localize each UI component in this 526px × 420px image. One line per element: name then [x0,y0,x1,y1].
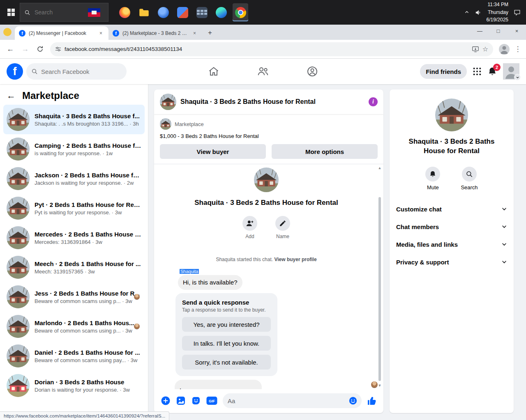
taskbar-app-edge[interactable] [213,3,229,21]
section-customize-chat[interactable]: Customize chat [390,200,514,218]
facebook-logo[interactable]: f [7,63,23,80]
close-window-button[interactable]: × [508,25,526,37]
message-text-input[interactable] [228,397,348,404]
haiti-flag-icon[interactable] [88,8,100,17]
mute-button[interactable]: Mute [425,167,440,190]
taskbar-clock[interactable]: 11:34 PM Thursday 6/19/2025 [487,1,508,24]
maximize-button[interactable]: □ [489,25,508,37]
emoji-icon[interactable] [348,396,358,405]
facebook-search-input[interactable] [41,68,111,75]
page-scrollbar[interactable] [520,59,526,420]
forward-button[interactable]: → [18,42,32,56]
gif-icon[interactable]: GIF [206,397,217,405]
taskbar-app-calculator[interactable] [194,3,210,21]
view-buyer-profile-link[interactable]: View buyer profile [274,257,316,262]
scroll-down-icon[interactable]: ▼ [377,383,382,388]
facebook-search[interactable] [26,63,127,80]
conversation-item[interactable]: Camping · 2 Beds 1 Baths House fo...is w… [3,134,145,164]
browser-tab-messenger[interactable]: f (2) Messenger | Facebook × [15,26,108,40]
conversation-item[interactable]: Jackson · 2 Beds 1 Baths House for...Jac… [3,164,145,193]
conversation-item[interactable]: Meech · 2 Beds 1 Baths House for ...Meec… [3,252,145,282]
taskbar-search-input[interactable] [35,9,84,16]
add-member-button[interactable]: Add [242,216,257,239]
apps-menu-icon[interactable] [473,67,482,76]
tray-chevron-icon[interactable] [464,9,470,15]
status-link-text: https://www.facebook.com/marketplace/ite… [4,413,165,418]
sticker-icon[interactable] [191,396,201,406]
section-chat-members[interactable]: Chat members [390,218,514,236]
friends-icon[interactable] [257,66,269,77]
listing-photo [160,94,176,110]
taskbar-app-firefox[interactable] [117,3,132,21]
conversation-item[interactable]: Mercedes · 2 Beds 1 Baths House f...Merc… [3,223,145,252]
groups-icon[interactable] [307,66,318,77]
listing-photo [7,315,30,338]
taskbar-app-files[interactable] [136,3,152,21]
quick-response-option[interactable]: Yes, are you interested? [182,317,271,332]
chat-scrollbar[interactable]: ▲ ▼ [377,166,382,388]
find-friends-button[interactable]: Find friends [420,64,467,79]
volume-icon[interactable] [475,9,482,16]
more-actions-icon[interactable] [161,396,171,406]
thumbs-up-icon[interactable] [367,396,377,406]
conversation-item[interactable]: Daniel · 2 Beds 1 Baths House for ...Bew… [3,341,145,371]
message-line: . [180,383,181,389]
taskbar-app-3[interactable] [155,3,171,21]
attach-photo-icon[interactable] [176,396,186,406]
browser-profile-icon[interactable] [499,44,510,55]
chat-scrollbar-thumb[interactable] [378,197,381,381]
message-input[interactable] [223,393,362,408]
address-bar[interactable]: facebook.com/messages/t/2431104533850113… [50,42,493,56]
more-options-button[interactable]: More options [272,144,378,159]
quick-response-option[interactable]: In talks. I'll let you know. [182,336,271,351]
browser-menu-icon[interactable]: ⋮ [513,45,523,53]
taskbar-app-4[interactable] [175,3,190,21]
clock-time: 11:34 PM [487,1,508,9]
chat-header: Shaquita · 3 Beds 2 Baths House for Rent… [154,90,383,114]
message-bubble[interactable]: Hi, is this available? [178,275,242,290]
conversation-item[interactable]: Dorian · 3 Beds 2 Baths HouseDorian is w… [3,371,145,400]
start-button[interactable] [2,3,20,21]
taskbar-app-chrome[interactable] [233,3,248,21]
panel-title: Shaquita · 3 Beds 2 Baths House for Rent… [406,137,498,156]
section-media-files-links[interactable]: Media, files and links [390,236,514,253]
search-in-conversation-button[interactable]: Search [461,167,478,190]
scroll-up-icon[interactable]: ▲ [377,166,382,170]
view-buyer-button[interactable]: View buyer [160,144,266,159]
conversation-info-icon[interactable]: i [369,97,378,106]
minimize-button[interactable]: — [471,25,489,37]
conversation-item[interactable]: Jess · 2 Beds 1 Baths House for R...Bewa… [3,282,145,312]
facebook-favicon: f [113,30,119,37]
site-settings-icon[interactable] [55,46,61,52]
browser-tab-marketplace[interactable]: f (2) Marketplace - 3 Beds 2 Bath × [108,26,202,40]
message-group: . .s Ms broughton 313 3196104 [160,380,373,389]
conversation-item[interactable]: Shaquita · 3 Beds 2 Baths House f...Shaq… [3,105,145,134]
tab-close-icon[interactable]: × [97,30,104,37]
tab-title: (2) Messenger | Facebook [29,30,94,36]
conversation-item[interactable]: Pyt · 2 Beds 1 Baths House for Ren...Pyt… [3,193,145,223]
new-tab-button[interactable]: + [205,28,215,38]
edit-name-button[interactable]: Name [275,216,290,239]
conversation-title: Mercedes · 2 Beds 1 Baths House f... [35,231,141,238]
install-app-icon[interactable] [472,46,479,53]
message-bubble[interactable]: . .s Ms broughton 313 3196104 [175,380,262,389]
quick-response-option[interactable]: Sorry, it's not available. [182,355,271,370]
taskbar-search[interactable] [20,3,108,22]
home-icon[interactable] [208,66,219,77]
conversation-snippet: Beware of common scams using p... · 3w [35,328,134,334]
section-privacy-support[interactable]: Privacy & support [390,253,514,271]
back-button[interactable]: ← [3,42,17,56]
back-arrow-icon[interactable]: ← [7,91,16,100]
tab-close-icon[interactable]: × [191,30,198,37]
browser-profile-badge[interactable] [3,28,12,36]
reload-button[interactable] [33,42,47,56]
bookmark-star-icon[interactable]: ☆ [482,45,488,53]
notifications-button[interactable]: 2 [487,67,497,76]
search-icon [24,9,30,16]
marketplace-label: Marketplace [175,121,204,127]
listing-photo [254,168,279,192]
windows-taskbar: 11:34 PM Thursday 6/19/2025 [0,0,526,25]
notification-center-icon[interactable] [513,9,521,16]
conversation-item[interactable]: Marlondo · 2 Beds 1 Baths Hous...Beware … [3,312,145,341]
account-menu[interactable] [503,63,519,80]
